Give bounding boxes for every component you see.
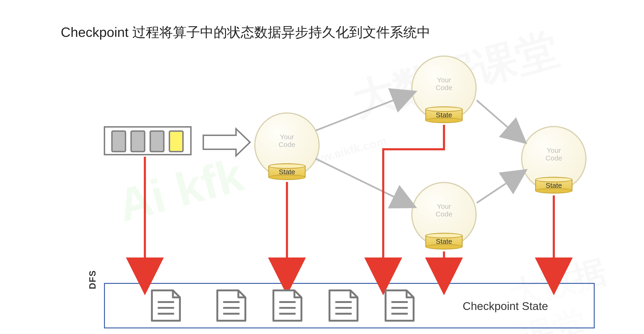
flow-arrow — [316, 93, 411, 131]
file-icon — [152, 290, 180, 321]
file-icon — [217, 290, 245, 321]
flow-arrow — [477, 100, 522, 140]
file-icon — [386, 290, 414, 321]
file-icon — [330, 290, 358, 321]
flow-arrow — [477, 172, 522, 203]
checkpoint-arrow — [383, 125, 444, 276]
diagram-svg-layer — [0, 0, 644, 334]
checkpoint-files — [152, 290, 414, 321]
flow-arrow — [316, 159, 411, 205]
file-icon — [274, 290, 302, 321]
flow-arrow-source — [203, 129, 250, 156]
